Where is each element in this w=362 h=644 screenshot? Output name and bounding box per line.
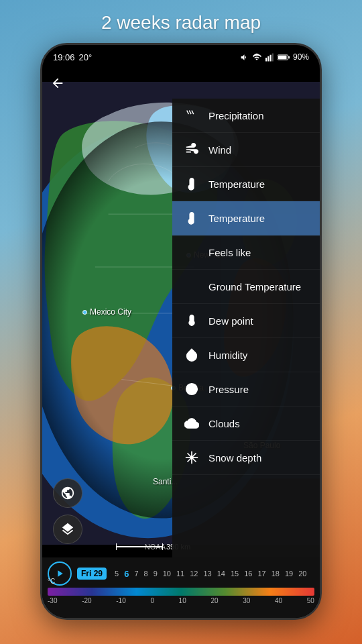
svg-rect-1 — [267, 56, 269, 61]
snow-depth-label: Snow depth — [208, 452, 261, 464]
snow-icon — [183, 449, 200, 466]
humidity-label: Humidity — [208, 350, 247, 361]
menu-item-humidity[interactable]: Humidity — [172, 338, 320, 372]
map-layers-button[interactable] — [53, 515, 82, 544]
menu-panel: Precipitation Wind — [172, 99, 320, 557]
menu-item-snow-depth[interactable]: Snow depth — [172, 441, 320, 475]
color-scale: °C — [42, 587, 320, 596]
time-20[interactable]: 20 — [296, 570, 309, 578]
temp-unit-label: °C — [48, 578, 55, 585]
timeline-bar: Fri 29 5 6 7 8 9 10 11 12 13 14 15 16 17… — [42, 557, 320, 618]
date-badge: Fri 29 — [77, 568, 107, 580]
time-11[interactable]: 11 — [174, 570, 187, 578]
time-15[interactable]: 15 — [228, 570, 241, 578]
menu-item-clouds[interactable]: Clouds — [172, 407, 320, 441]
menu-item-precipitation[interactable]: Precipitation — [172, 99, 320, 133]
page-title: 2 weeks radar map — [0, 0, 362, 43]
svg-point-21 — [188, 386, 194, 392]
time-13[interactable]: 13 — [201, 570, 215, 578]
time-12[interactable]: 12 — [187, 570, 200, 578]
scale-label-0: 0 — [150, 597, 154, 604]
svg-rect-3 — [272, 53, 274, 61]
thermometer-icon — [183, 175, 200, 193]
feels-like-icon — [183, 244, 200, 261]
scale-label-neg20: -20 — [82, 597, 91, 604]
time-18[interactable]: 18 — [269, 570, 282, 578]
ground-temp-icon — [183, 278, 200, 295]
dew-point-label: Dew point — [208, 315, 253, 327]
battery-percent: 90% — [293, 52, 309, 62]
time-6[interactable]: 6 — [121, 569, 131, 579]
svg-rect-2 — [270, 54, 272, 61]
time-8[interactable]: 8 — [141, 570, 151, 578]
status-right: 90% — [240, 52, 309, 62]
status-bar: 19:06 20° 90% — [42, 45, 320, 69]
svg-point-30 — [190, 456, 193, 459]
pressure-icon — [183, 380, 200, 398]
time-10[interactable]: 10 — [160, 570, 174, 578]
color-bar — [48, 588, 314, 596]
time-14[interactable]: 14 — [215, 570, 228, 578]
wind-icon — [183, 141, 200, 158]
clouds-label: Clouds — [208, 418, 240, 429]
time-19[interactable]: 19 — [282, 570, 296, 578]
svg-rect-0 — [265, 58, 267, 61]
menu-item-dew-point[interactable]: Dew point — [172, 304, 320, 338]
scale-label-40: 40 — [275, 597, 282, 604]
thermometer-active-icon — [183, 209, 200, 227]
back-button[interactable] — [50, 76, 65, 95]
svg-line-16 — [189, 111, 191, 115]
dew-point-icon — [183, 312, 200, 329]
svg-rect-6 — [288, 56, 290, 58]
time-7[interactable]: 7 — [131, 570, 141, 578]
time-5[interactable]: 5 — [112, 570, 121, 578]
time-16[interactable]: 16 — [241, 570, 255, 578]
ground-temp-label: Ground Temperature — [208, 281, 301, 292]
scale-label-neg10: -10 — [116, 597, 125, 604]
scale-label-10: 10 — [179, 597, 186, 604]
humidity-icon — [183, 346, 200, 364]
scale-label-neg30: -30 — [48, 597, 57, 604]
temperature-active-label: Temperature — [208, 213, 265, 224]
menu-item-wind[interactable]: Wind — [172, 133, 320, 167]
scale-label-30: 30 — [243, 597, 250, 604]
wifi-icon — [252, 53, 261, 62]
precipitation-icon — [183, 107, 200, 124]
menu-item-ground-temp[interactable]: Ground Temperature — [172, 270, 320, 304]
feels-like-label: Feels like — [208, 247, 251, 258]
svg-line-15 — [187, 111, 189, 115]
status-temp: 20° — [79, 52, 93, 62]
timeline-top: Fri 29 5 6 7 8 9 10 11 12 13 14 15 16 17… — [42, 557, 320, 587]
pressure-label: Pressure — [208, 384, 249, 395]
menu-item-pressure[interactable]: Pressure — [172, 372, 320, 407]
timeline-numbers: 5 6 7 8 9 10 11 12 13 14 15 16 17 18 19 … — [112, 569, 314, 579]
svg-line-17 — [192, 111, 194, 115]
scale-label-50: 50 — [307, 597, 314, 604]
svg-rect-5 — [278, 55, 287, 58]
time-9[interactable]: 9 — [151, 570, 160, 578]
volume-icon — [240, 53, 249, 62]
noaa-label: NOAA — [145, 543, 166, 551]
status-left: 19:06 20° — [53, 52, 92, 62]
temperature-label: Temperature — [208, 178, 265, 190]
status-time: 19:06 — [53, 52, 75, 62]
menu-item-temperature[interactable]: Temperature — [172, 167, 320, 201]
wind-label: Wind — [208, 144, 231, 156]
city-label-mexicocity: Mexico City — [82, 307, 131, 317]
precipitation-label: Precipitation — [208, 110, 264, 121]
scale-labels: -30 -20 -10 0 10 20 30 40 50 — [42, 596, 320, 607]
phone-content: New Yo... Mexico City Bogota São Paulo S… — [42, 69, 320, 618]
scale-label-20: 20 — [210, 597, 218, 604]
map-controls — [53, 478, 82, 544]
menu-item-temperature-active[interactable]: Temperature — [172, 201, 320, 235]
clouds-icon — [183, 415, 200, 432]
signal-icon — [265, 53, 274, 62]
phone-frame: 19:06 20° 90% — [40, 43, 322, 620]
globe-view-button[interactable] — [53, 478, 82, 508]
battery-icon — [278, 53, 290, 62]
menu-item-feels-like[interactable]: Feels like — [172, 235, 320, 270]
time-17[interactable]: 17 — [255, 570, 269, 578]
